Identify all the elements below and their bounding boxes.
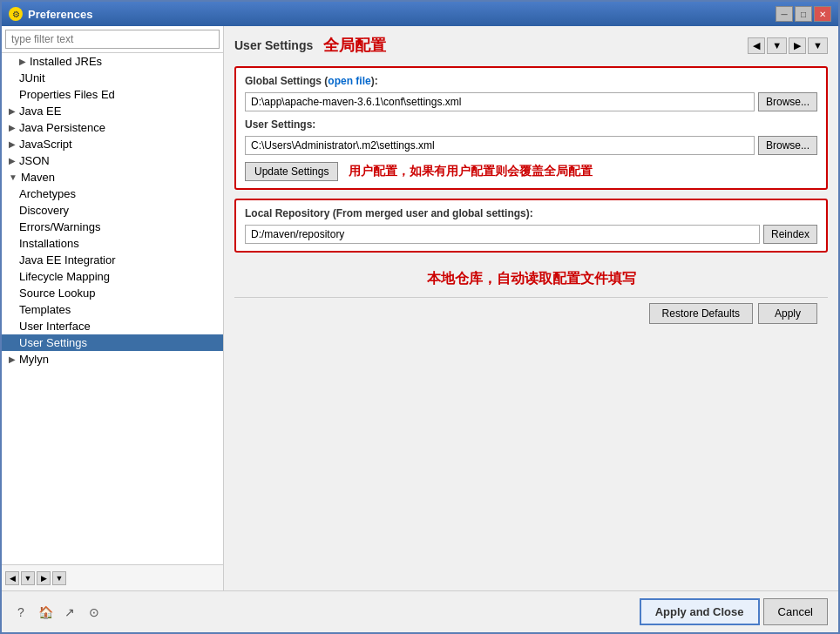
sidebar: ▶Installed JREsJUnitProperties Files Ed▶… — [2, 26, 224, 590]
sidebar-item-properties-files[interactable]: Properties Files Ed — [2, 86, 223, 103]
footer-buttons: Apply and Close Cancel — [640, 598, 828, 625]
panel-title: User Settings — [234, 38, 313, 52]
user-settings-row: Browse... — [245, 136, 817, 155]
nav-down-button[interactable]: ▼ — [52, 571, 66, 585]
cancel-button[interactable]: Cancel — [763, 598, 828, 625]
sidebar-item-label: Source Lookup — [19, 287, 95, 300]
help-icon[interactable]: ? — [12, 604, 30, 621]
footer-bar: ? 🏠 ↗ ⊙ Apply and Close Cancel — [2, 590, 838, 632]
sidebar-item-java-ee[interactable]: ▶Java EE — [2, 103, 223, 119]
sidebar-item-label: Templates — [19, 303, 71, 316]
window-title: Preferences — [28, 8, 92, 21]
sidebar-item-label: Mylyn — [19, 353, 49, 366]
main-content: ▶Installed JREsJUnitProperties Files Ed▶… — [2, 26, 838, 590]
forward-button[interactable]: ▼ — [21, 571, 35, 585]
search-input[interactable] — [5, 30, 220, 49]
sidebar-bottom: ◀ ▼ ▶ ▼ — [2, 564, 223, 590]
panel-nav: ◀ ▼ ▶ ▼ — [748, 37, 828, 54]
sidebar-item-javascript[interactable]: ▶JavaScript — [2, 136, 223, 152]
global-path-input[interactable] — [245, 92, 755, 111]
sidebar-item-label: JSON — [19, 154, 50, 167]
footer-icons: ? 🏠 ↗ ⊙ — [12, 604, 103, 621]
chinese-repo-label: 本地仓库，自动读取配置文件填写 — [234, 270, 828, 288]
sidebar-item-source-lookup[interactable]: Source Lookup — [2, 285, 223, 301]
settings-icon[interactable]: ⊙ — [85, 604, 103, 621]
sidebar-item-maven[interactable]: ▼Maven — [2, 169, 223, 185]
sidebar-item-errors-warnings[interactable]: Errors/Warnings — [2, 219, 223, 235]
panel-nav-dropdown[interactable]: ▼ — [767, 37, 787, 54]
sidebar-item-label: JUnit — [19, 71, 45, 84]
sidebar-item-junit[interactable]: JUnit — [2, 70, 223, 86]
preferences-window: ⚙ Preferences ─ □ ✕ ▶Installed JREsJUnit… — [0, 0, 840, 634]
sidebar-item-label: Errors/Warnings — [19, 220, 100, 233]
title-bar-left: ⚙ Preferences — [9, 7, 92, 21]
global-browse-button[interactable]: Browse... — [758, 92, 817, 111]
sidebar-item-user-settings[interactable]: User Settings — [2, 334, 223, 351]
sidebar-item-label: Maven — [21, 171, 55, 184]
update-settings-button[interactable]: Update Settings — [245, 162, 338, 181]
panel-forward-button[interactable]: ▶ — [789, 37, 806, 54]
local-repo-section: Local Repository (From merged user and g… — [234, 199, 828, 253]
global-settings-row: Browse... — [245, 92, 817, 111]
global-settings-label: Global Settings (open file): — [245, 75, 817, 87]
title-bar: ⚙ Preferences ─ □ ✕ — [2, 2, 838, 26]
sidebar-item-templates[interactable]: Templates — [2, 301, 223, 318]
apply-close-button[interactable]: Apply and Close — [640, 598, 760, 625]
export-icon[interactable]: ↗ — [61, 604, 78, 621]
sidebar-item-java-ee-integration[interactable]: Java EE Integratior — [2, 252, 223, 268]
sidebar-item-installed-jres[interactable]: ▶Installed JREs — [2, 53, 223, 70]
global-settings-section: Global Settings (open file): Browse... U… — [234, 66, 828, 190]
sidebar-item-label: Installed JREs — [30, 55, 102, 68]
sidebar-item-user-interface[interactable]: User Interface — [2, 318, 223, 334]
panel-nav-dropdown2[interactable]: ▼ — [808, 37, 828, 54]
close-button[interactable]: ✕ — [814, 6, 831, 22]
local-repo-input[interactable] — [245, 225, 760, 244]
minimize-button[interactable]: ─ — [776, 6, 793, 22]
sidebar-item-json[interactable]: ▶JSON — [2, 152, 223, 169]
sidebar-item-label: Java Persistence — [19, 121, 105, 134]
nav-arrows: ◀ ▼ ▶ ▼ — [5, 571, 66, 585]
sidebar-item-label: Archetypes — [19, 187, 76, 200]
sidebar-item-label: Java EE Integratior — [19, 253, 116, 266]
sidebar-item-java-persistence[interactable]: ▶Java Persistence — [2, 119, 223, 136]
sidebar-item-lifecycle-mapping[interactable]: Lifecycle Mapping — [2, 268, 223, 285]
nav-right-button[interactable]: ▶ — [37, 571, 51, 585]
sidebar-item-discovery[interactable]: Discovery — [2, 202, 223, 219]
sidebar-item-label: JavaScript — [19, 138, 72, 151]
sidebar-item-label: User Interface — [19, 320, 91, 333]
chinese-update-label: 用户配置，如果有用户配置则会覆盖全局配置 — [349, 164, 593, 179]
restore-defaults-button[interactable]: Restore Defaults — [649, 303, 753, 324]
chinese-title: 全局配置 — [323, 35, 386, 56]
sidebar-item-label: Java EE — [19, 105, 61, 118]
sidebar-item-label: User Settings — [19, 336, 87, 349]
user-settings-label: User Settings: — [245, 118, 817, 131]
user-path-input[interactable] — [245, 136, 755, 155]
sidebar-item-label: Discovery — [19, 204, 69, 217]
open-file-link[interactable]: open file — [328, 75, 370, 87]
sidebar-item-label: Installations — [19, 237, 79, 250]
back-button[interactable]: ◀ — [5, 571, 19, 585]
sidebar-item-archetypes[interactable]: Archetypes — [2, 185, 223, 202]
sidebar-item-installations[interactable]: Installations — [2, 235, 223, 252]
sidebar-item-mylyn[interactable]: ▶Mylyn — [2, 351, 223, 368]
reindex-button[interactable]: Reindex — [763, 225, 817, 244]
bottom-action-bar: Restore Defaults Apply — [234, 297, 828, 329]
sidebar-item-label: Lifecycle Mapping — [19, 270, 110, 283]
local-repo-label: Local Repository (From merged user and g… — [245, 207, 817, 219]
apply-button[interactable]: Apply — [758, 303, 817, 324]
maximize-button[interactable]: □ — [795, 6, 812, 22]
right-panel: User Settings 全局配置 ◀ ▼ ▶ ▼ Global Settin… — [224, 26, 838, 590]
local-repo-row: Reindex — [245, 225, 817, 244]
title-buttons: ─ □ ✕ — [776, 6, 831, 22]
search-box — [2, 26, 223, 53]
update-row: Update Settings 用户配置，如果有用户配置则会覆盖全局配置 — [245, 162, 817, 181]
sidebar-item-label: Properties Files Ed — [19, 88, 115, 101]
user-browse-button[interactable]: Browse... — [758, 136, 817, 155]
app-icon: ⚙ — [9, 7, 23, 21]
panel-back-button[interactable]: ◀ — [748, 37, 765, 54]
panel-header: User Settings 全局配置 ◀ ▼ ▶ ▼ — [234, 35, 828, 56]
home-icon[interactable]: 🏠 — [37, 604, 54, 621]
tree-list: ▶Installed JREsJUnitProperties Files Ed▶… — [2, 53, 223, 564]
